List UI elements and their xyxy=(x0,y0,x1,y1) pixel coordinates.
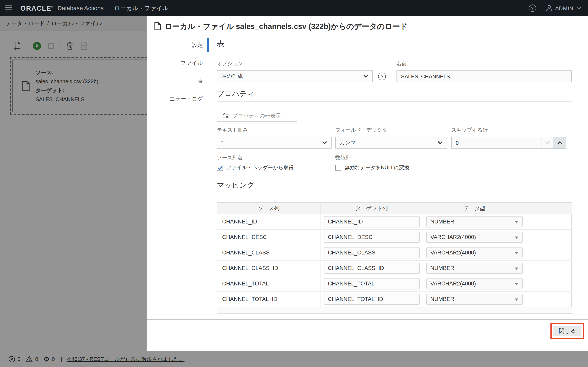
table-cell: NUMBER xyxy=(423,261,526,276)
stepper-increment-button[interactable] xyxy=(553,137,566,149)
header-divider: | xyxy=(108,5,110,12)
table-cell xyxy=(526,230,572,245)
dialog-footer: 閉じる xyxy=(147,319,588,351)
mapping-section-heading: マッピング xyxy=(217,180,572,191)
datatype-value: NUMBER xyxy=(430,296,454,302)
properties-fields: " カンマ 0 xyxy=(217,137,572,149)
user-menu[interactable]: ADMIN xyxy=(540,5,588,12)
header-context-title: ローカル・ファイル xyxy=(114,4,168,12)
source-column-cell: CHANNEL_DESC xyxy=(217,230,320,245)
tab-error-log-label: エラー・ログ xyxy=(169,96,203,102)
table-cell: CHANNEL_TOTAL xyxy=(320,276,423,292)
file-icon xyxy=(154,22,161,30)
dropdown-arrow-icon xyxy=(515,267,518,270)
datatype-select[interactable]: NUMBER xyxy=(426,263,523,274)
table-cell: CHANNEL_ID xyxy=(320,214,423,230)
target-column-input[interactable]: CHANNEL_TOTAL xyxy=(324,278,420,289)
datatype-select[interactable]: VARCHAR2(4000) xyxy=(426,232,523,243)
close-button[interactable]: 閉じる xyxy=(553,326,581,336)
table-cell: CHANNEL_DESC xyxy=(320,230,423,245)
load-data-dialog: ローカル・ファイル sales_channels.csv (322b)からのデー… xyxy=(147,16,588,351)
datatype-select[interactable]: VARCHAR2(4000) xyxy=(426,278,523,289)
datatype-value: VARCHAR2(4000) xyxy=(430,234,476,240)
dialog-title: ローカル・ファイル sales_channels.csv (322b)からのデー… xyxy=(164,21,408,31)
header-from-file-checkbox[interactable] xyxy=(217,165,223,171)
table-option-value: 表の作成 xyxy=(221,73,243,80)
datatype-select[interactable]: NUMBER xyxy=(426,216,523,227)
oracle-logo: ORACLE® xyxy=(20,4,54,12)
text-enclosure-label: テキスト囲み xyxy=(217,126,335,134)
table-cell: VARCHAR2(4000) xyxy=(423,245,526,261)
table-cell: VARCHAR2(4000) xyxy=(423,276,526,292)
numeric-column-label: 数値列 xyxy=(335,154,351,161)
dropdown-arrow-icon xyxy=(515,252,518,254)
dropdown-arrow-icon xyxy=(515,299,518,301)
rows-to-skip-stepper: 0 xyxy=(451,137,566,149)
tab-settings-label: 設定 xyxy=(192,42,203,48)
header-right: ? ADMIN xyxy=(525,0,588,16)
chevron-down-icon xyxy=(363,75,368,78)
section-divider xyxy=(217,53,572,53)
rows-to-skip-label: スキップする行 xyxy=(451,126,488,134)
null-conversion-group: 無効なデータをNULLに変換 xyxy=(335,164,423,171)
table-cell xyxy=(526,245,572,261)
sliders-icon xyxy=(223,113,229,119)
table-cell: CHANNEL_CLASS xyxy=(320,245,423,261)
properties-field-labels: テキスト囲み フィールド・デリミタ スキップする行 xyxy=(217,126,572,134)
tab-file-label: ファイル xyxy=(180,60,203,66)
target-column-input[interactable]: CHANNEL_TOTAL_ID xyxy=(324,294,420,305)
rows-to-skip-input[interactable]: 0 xyxy=(452,137,541,149)
help-button[interactable]: ? xyxy=(525,0,540,16)
field-delimiter-label: フィールド・デリミタ xyxy=(335,126,451,134)
datatype-select[interactable]: NUMBER xyxy=(426,294,523,305)
dropdown-arrow-icon xyxy=(515,221,518,224)
table-cell xyxy=(526,214,572,230)
source-column-name-label: ソース列名 xyxy=(217,154,335,161)
target-column-input[interactable]: CHANNEL_CLASS_ID xyxy=(324,263,420,274)
text-enclosure-value: " xyxy=(221,140,223,146)
table-cell: CHANNEL_TOTAL_ID xyxy=(320,292,423,307)
datatype-select[interactable]: VARCHAR2(4000) xyxy=(426,247,523,258)
tab-file[interactable]: ファイル xyxy=(147,54,208,72)
target-column-input[interactable]: CHANNEL_CLASS xyxy=(324,247,420,258)
table-cell: NUMBER xyxy=(423,292,526,307)
dropdown-arrow-icon xyxy=(515,236,518,239)
table-name-input[interactable]: SALES_CHANNELS xyxy=(397,70,572,82)
table-cell: CHANNEL_CLASS_ID xyxy=(320,261,423,276)
hide-properties-button[interactable]: プロパティの非表示 xyxy=(217,110,297,122)
target-column-input[interactable]: CHANNEL_DESC xyxy=(324,232,420,243)
stepper-decrement-button xyxy=(541,137,553,149)
null-conversion-checkbox[interactable] xyxy=(335,165,341,171)
datatype-value: VARCHAR2(4000) xyxy=(430,250,476,256)
tab-table[interactable]: 表 xyxy=(147,72,208,90)
datatype-value: NUMBER xyxy=(430,218,454,225)
column-header-empty xyxy=(526,203,572,214)
app-root: ORACLE® Database Actions | ローカル・ファイル ? A… xyxy=(0,0,588,367)
active-tab-indicator xyxy=(207,38,209,52)
field-delimiter-select[interactable]: カンマ xyxy=(335,137,447,149)
datatype-value: VARCHAR2(4000) xyxy=(430,281,476,287)
table-partial-row xyxy=(217,307,572,313)
dialog-title-row: ローカル・ファイル sales_channels.csv (322b)からのデー… xyxy=(147,16,588,36)
source-column-cell: CHANNEL_TOTAL xyxy=(217,276,320,292)
registered-mark: ® xyxy=(51,5,54,8)
datatype-value: NUMBER xyxy=(430,265,454,271)
section-divider xyxy=(217,101,572,101)
table-cell xyxy=(526,261,572,276)
field-delimiter-value: カンマ xyxy=(340,139,356,146)
table-option-select[interactable]: 表の作成 xyxy=(217,70,373,82)
column-header-target: ターゲット列 xyxy=(320,203,423,214)
tab-settings[interactable]: 設定 xyxy=(147,36,208,54)
name-label: 名前 xyxy=(397,60,572,67)
hamburger-menu-icon[interactable] xyxy=(0,0,16,16)
text-enclosure-select[interactable]: " xyxy=(217,137,332,149)
source-column-cell: CHANNEL_CLASS_ID xyxy=(217,261,320,276)
person-icon xyxy=(546,5,552,12)
option-label: オプション xyxy=(217,60,373,67)
mapping-table: ソース列 ターゲット列 データ型 CHANNEL_ID CHANNEL_ID N… xyxy=(217,202,572,314)
table-cell xyxy=(526,292,572,307)
source-column-cell: CHANNEL_ID xyxy=(217,214,320,230)
tab-error-log[interactable]: エラー・ログ xyxy=(147,90,208,108)
option-help-icon[interactable]: ? xyxy=(378,73,386,80)
target-column-input[interactable]: CHANNEL_ID xyxy=(324,216,420,227)
